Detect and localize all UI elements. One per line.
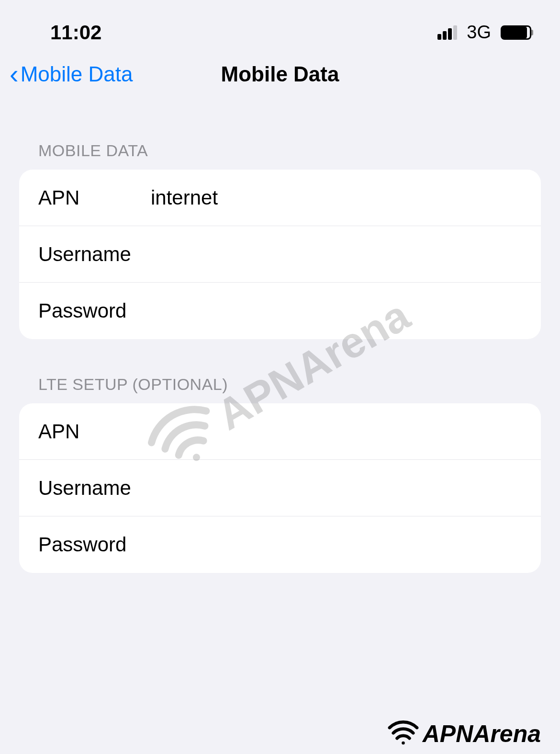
lte-apn-input[interactable] xyxy=(151,420,522,443)
section-header-lte-setup: LTE SETUP (OPTIONAL) xyxy=(19,375,541,394)
password-input[interactable] xyxy=(151,299,522,322)
row-label: Password xyxy=(38,533,151,556)
navigation-bar: ‹ Mobile Data Mobile Data xyxy=(0,53,560,96)
back-button[interactable]: ‹ Mobile Data xyxy=(10,61,133,88)
status-bar: 11:02 3G xyxy=(0,0,560,53)
lte-username-input[interactable] xyxy=(151,477,522,500)
settings-group-lte-setup: APN Username Password xyxy=(19,403,541,573)
setting-row-lte-password[interactable]: Password xyxy=(19,516,541,573)
apn-input[interactable] xyxy=(151,186,522,209)
wifi-icon xyxy=(388,718,419,749)
setting-row-password[interactable]: Password xyxy=(19,283,541,339)
battery-icon xyxy=(501,25,531,40)
setting-row-lte-username[interactable]: Username xyxy=(19,460,541,516)
row-label: APN xyxy=(38,186,151,209)
signal-icon xyxy=(437,25,457,40)
row-label: Password xyxy=(38,299,151,322)
status-time: 11:02 xyxy=(50,21,101,44)
setting-row-lte-apn[interactable]: APN xyxy=(19,403,541,460)
network-type: 3G xyxy=(467,22,491,43)
page-title: Mobile Data xyxy=(221,62,339,86)
watermark-text: APNArena xyxy=(423,720,541,748)
setting-row-apn[interactable]: APN xyxy=(19,170,541,226)
status-indicators: 3G xyxy=(437,22,531,43)
row-label: Username xyxy=(38,477,151,500)
chevron-left-icon: ‹ xyxy=(10,61,19,88)
watermark-bottom: APNArena xyxy=(388,718,541,749)
section-lte-setup: LTE SETUP (OPTIONAL) APN Username Passwo… xyxy=(0,375,560,573)
section-header-mobile-data: MOBILE DATA xyxy=(19,141,541,160)
lte-password-input[interactable] xyxy=(151,533,522,556)
setting-row-username[interactable]: Username xyxy=(19,226,541,283)
username-input[interactable] xyxy=(151,243,522,266)
settings-group-mobile-data: APN Username Password xyxy=(19,170,541,339)
row-label: Username xyxy=(38,243,151,266)
back-label: Mobile Data xyxy=(21,62,133,86)
row-label: APN xyxy=(38,420,151,443)
section-mobile-data: MOBILE DATA APN Username Password xyxy=(0,141,560,339)
